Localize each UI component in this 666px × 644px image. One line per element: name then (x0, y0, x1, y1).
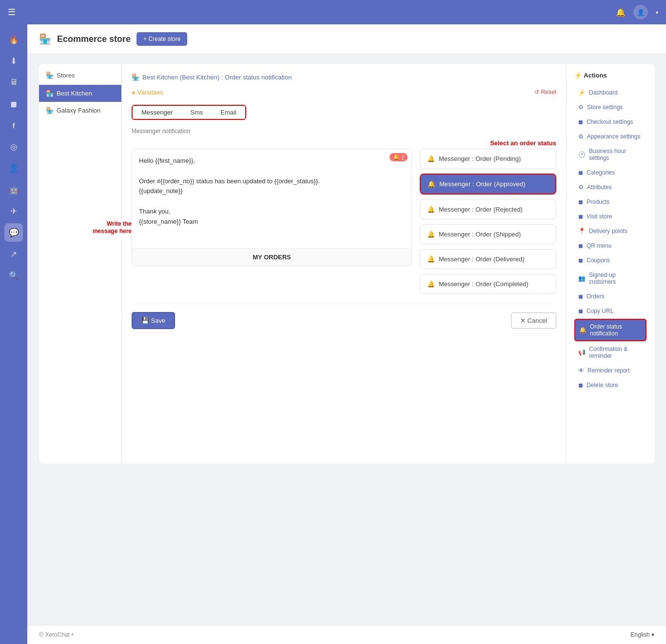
bell-approved-icon: 🔔 (428, 180, 435, 188)
visit-store-icon: ◼ (578, 213, 583, 220)
page-title: Ecommerce store (57, 34, 131, 44)
sidebar-icon-share[interactable]: ↗ (4, 245, 23, 263)
store-name-best-kitchen: Best Kitchen (57, 90, 92, 97)
bell-completed-icon: 🔔 (427, 280, 435, 288)
actions-title: ⚡ Actions (574, 72, 646, 79)
tabs-row: Messenger Sms Email (132, 105, 246, 120)
action-store-settings[interactable]: ⚙ Store settings (574, 100, 646, 114)
action-visit-store[interactable]: ◼ Visit store (574, 210, 646, 223)
footer-copyright: © XeroChat • (39, 631, 73, 638)
delivery-points-icon: 📍 (578, 228, 586, 234)
order-status-notification-icon: 🔔 (579, 327, 587, 333)
sidebar-icon-instagram[interactable]: ◎ (4, 137, 23, 156)
breadcrumb: 🏪 Best Kitchen (Best Kitchen) : Order st… (132, 74, 556, 81)
action-delete-store[interactable]: ◼ Delete store (574, 378, 646, 392)
action-products[interactable]: ◼ Products (574, 195, 646, 209)
order-status-completed-label: Messenger : Order (Completed) (439, 280, 529, 288)
action-dashboard[interactable]: ⚡ Dashboard (574, 86, 646, 99)
order-status-rejected-label: Messenger : Order (Rejected) (439, 206, 523, 213)
reminder-report-icon: 👁 (578, 367, 584, 374)
main-panel: 🏪 Stores 🏪 Best Kitchen 🏪 Galaxy Fashion… (39, 64, 654, 464)
bell-pending-icon: 🔔 (427, 155, 435, 162)
action-coupons[interactable]: ◼ Coupons (574, 254, 646, 267)
action-categories[interactable]: ◼ Categories (574, 166, 646, 179)
bell-icon[interactable]: 🔔 (616, 8, 626, 17)
checkout-settings-icon: ◼ (578, 118, 583, 125)
sidebar-icon-send[interactable]: ✈ (4, 202, 23, 220)
left-sidebar: 🔥 ⬇ 🖥 ◼ f ◎ 👤 🤖 ✈ 💬 ↗ 🔍 (0, 24, 27, 644)
tab-messenger[interactable]: Messenger (133, 106, 181, 119)
action-qr-menu-label: QR menu (587, 242, 611, 249)
action-attributes-label: Attributes (587, 184, 612, 191)
sidebar-icon-search[interactable]: 🔍 (4, 266, 23, 285)
menu-icon[interactable]: ☰ (8, 7, 16, 18)
action-reminder-report[interactable]: 👁 Reminder report (574, 364, 646, 377)
notification-label: Messenger notification (132, 128, 556, 135)
dashboard-icon: ⚡ (578, 89, 586, 96)
action-coupons-label: Coupons (587, 257, 610, 264)
action-business-hour[interactable]: 🕐 Business hour settings (574, 144, 646, 165)
store-name-galaxy-fashion: Galaxy Fashion (57, 107, 100, 114)
sidebar-icon-layers[interactable]: ◼ (4, 95, 23, 113)
store-item-galaxy-fashion[interactable]: 🏪 Galaxy Fashion (39, 102, 121, 119)
bottom-buttons: 💾 Save ✕ Cancel (132, 304, 556, 329)
save-button[interactable]: 💾 Save (132, 312, 175, 329)
action-qr-menu[interactable]: ◼ QR menu (574, 239, 646, 253)
action-orders[interactable]: ◼ Orders (574, 290, 646, 303)
top-controls-row: ● Variables ↺ Reset (132, 89, 556, 102)
action-signed-up-customers-label: Signed-up customers (589, 272, 643, 285)
stores-header-icon: 🏪 (46, 72, 54, 79)
sidebar-icon-flame[interactable]: 🔥 (4, 30, 23, 49)
action-reminder-report-label: Reminder report (588, 367, 630, 374)
sidebar-icon-download[interactable]: ⬇ (4, 52, 23, 70)
sidebar-icon-users[interactable]: 👤 (4, 159, 23, 177)
create-store-button[interactable]: + Create store (137, 32, 187, 46)
action-orders-label: Orders (587, 293, 605, 300)
sidebar-icon-monitor[interactable]: 🖥 (4, 73, 23, 92)
store-icon-galaxy-fashion: 🏪 (46, 107, 54, 114)
order-status-pending[interactable]: 🔔 Messenger : Order (Pending) (420, 149, 556, 169)
tab-sms[interactable]: Sms (181, 106, 212, 119)
sidebar-icon-chat[interactable]: 💬 (4, 223, 23, 242)
order-status-approved[interactable]: 🔔 Messenger : Order (Approved) (420, 174, 556, 195)
top-navbar: ☰ 🔔 👤 ▾ (0, 0, 666, 24)
avatar[interactable]: 👤 (633, 5, 648, 20)
signed-up-customers-icon: 👥 (578, 275, 586, 282)
order-status-completed[interactable]: 🔔 Messenger : Order (Completed) (420, 274, 556, 294)
action-checkout-settings-label: Checkout settings (587, 118, 633, 125)
action-appearance-settings[interactable]: ⚙ Appearance settings (574, 130, 646, 143)
message-editor: 🔔 2 Hello {{first_name}}, Order #{{order… (132, 149, 412, 266)
stores-sidebar: 🏪 Stores 🏪 Best Kitchen 🏪 Galaxy Fashion (39, 64, 122, 464)
action-attributes[interactable]: ⚙ Attributes (574, 180, 646, 194)
orders-icon: ◼ (578, 293, 583, 300)
messenger-layout: Write the message here 🔔 2 Hello {{first… (132, 149, 556, 294)
tab-email[interactable]: Email (212, 106, 245, 119)
stores-sidebar-header: 🏪 Stores (39, 72, 121, 85)
action-copy-url[interactable]: ◼ Copy URL (574, 304, 646, 318)
order-status-delivered[interactable]: 🔔 Messenger : Order (Delivered) (420, 249, 556, 269)
order-status-rejected[interactable]: 🔔 Messenger : Order (Rejected) (420, 199, 556, 219)
cancel-button[interactable]: ✕ Cancel (511, 312, 556, 329)
actions-sidebar: ⚡ Actions ⚡ Dashboard ⚙ Store settings ◼… (567, 64, 654, 464)
badge-count: 2 (401, 155, 404, 160)
content-body: 🏪 Stores 🏪 Best Kitchen 🏪 Galaxy Fashion… (27, 54, 666, 625)
order-status-list: 🔔 Messenger : Order (Pending) 🔔 Messenge… (420, 149, 556, 294)
sidebar-icon-robot[interactable]: 🤖 (4, 180, 23, 199)
action-signed-up-customers[interactable]: 👥 Signed-up customers (574, 268, 646, 289)
action-order-status-notification[interactable]: 🔔 Order status notification (574, 319, 646, 341)
products-icon: ◼ (578, 198, 583, 205)
footer-language-selector[interactable]: English ▾ (630, 631, 654, 638)
action-delivery-points[interactable]: 📍 Delivery points (574, 224, 646, 238)
main-wrapper: 🏪 Ecommerce store + Create store 🏪 Store… (27, 24, 666, 644)
store-icon-best-kitchen: 🏪 (46, 90, 54, 97)
order-status-shipped[interactable]: 🔔 Messenger : Order (Shipped) (420, 224, 556, 244)
avatar-caret-icon[interactable]: ▾ (656, 10, 658, 15)
message-textarea[interactable]: Hello {{first_name}}, Order #{{order_no}… (132, 149, 411, 247)
store-item-best-kitchen[interactable]: 🏪 Best Kitchen (39, 85, 121, 102)
sidebar-icon-facebook[interactable]: f (4, 116, 23, 135)
action-checkout-settings[interactable]: ◼ Checkout settings (574, 115, 646, 129)
appearance-settings-icon: ⚙ (578, 133, 584, 140)
stores-header-label: Stores (57, 72, 75, 79)
reset-button[interactable]: ↺ Reset (534, 89, 556, 96)
action-confirmation-reminder[interactable]: 📢 Confirmation & reminder (574, 342, 646, 363)
